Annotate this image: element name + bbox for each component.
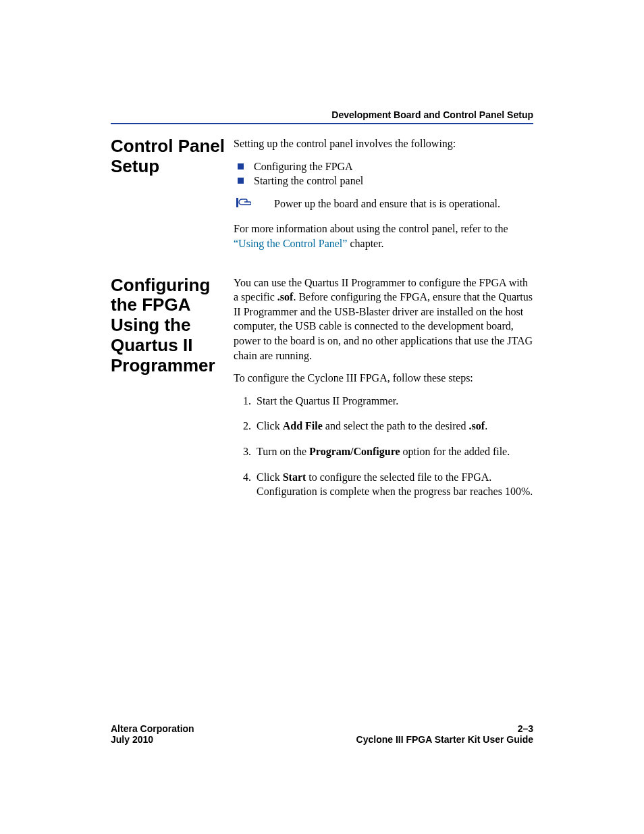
body-control-panel-setup: Setting up the control panel involves th… xyxy=(234,136,533,259)
footer-date: July 2010 xyxy=(111,734,194,745)
footer-company: Altera Corporation xyxy=(111,723,194,734)
content-area: Control Panel Setup Setting up the contr… xyxy=(111,136,533,526)
steps-list: Start the Quartus II Programmer. Click A… xyxy=(234,394,533,499)
footer: Altera Corporation July 2010 2–3 Cyclone… xyxy=(111,723,533,745)
para-steps-intro: To configure the Cyclone III FPGA, follo… xyxy=(234,371,533,386)
svg-rect-0 xyxy=(236,198,238,207)
body-configuring-fpga: You can use the Quartus II Programmer to… xyxy=(234,276,533,510)
para-intro: You can use the Quartus II Programmer to… xyxy=(234,276,533,363)
step-2: Click Add File and select the path to th… xyxy=(254,419,533,434)
note-row: Power up the board and ensure that is is… xyxy=(236,197,533,213)
footer-doc-title: Cyclone III FPGA Starter Kit User Guide xyxy=(356,734,533,745)
step-1: Start the Quartus II Programmer. xyxy=(254,394,533,409)
running-head: Development Board and Control Panel Setu… xyxy=(331,109,533,120)
hand-point-icon xyxy=(236,197,251,213)
step-3: Turn on the Program/Configure option for… xyxy=(254,444,533,459)
bold-sof-2: .sof xyxy=(469,420,485,432)
bold-add-file: Add File xyxy=(283,420,323,432)
bullet-item: Configuring the FPGA xyxy=(254,159,533,174)
bold-program-configure: Program/Configure xyxy=(309,446,400,457)
ref-post: chapter. xyxy=(347,238,383,249)
intro-text: Setting up the control panel involves th… xyxy=(234,136,533,151)
bullet-list: Configuring the FPGA Starting the contro… xyxy=(234,159,533,188)
bold-start: Start xyxy=(283,471,306,483)
footer-left: Altera Corporation July 2010 xyxy=(111,723,194,745)
footer-right: 2–3 Cyclone III FPGA Starter Kit User Gu… xyxy=(356,723,533,745)
heading-configuring-fpga: Configuring the FPGA Using the Quartus I… xyxy=(111,276,234,376)
section-configuring-fpga: Configuring the FPGA Using the Quartus I… xyxy=(111,276,533,510)
heading-control-panel-setup: Control Panel Setup xyxy=(111,136,234,177)
page: Development Board and Control Panel Setu… xyxy=(0,0,644,834)
footer-page-number: 2–3 xyxy=(356,723,533,734)
link-using-control-panel[interactable]: “Using the Control Panel” xyxy=(234,238,347,249)
bullet-item: Starting the control panel xyxy=(254,174,533,188)
reference-text: For more information about using the con… xyxy=(234,221,533,251)
note-text: Power up the board and ensure that is is… xyxy=(274,197,533,211)
header-rule xyxy=(111,123,533,124)
section-control-panel-setup: Control Panel Setup Setting up the contr… xyxy=(111,136,533,259)
ref-pre: For more information about using the con… xyxy=(234,223,508,234)
bold-sof: .sof xyxy=(277,291,294,303)
step-4: Click Start to configure the selected fi… xyxy=(254,470,533,499)
